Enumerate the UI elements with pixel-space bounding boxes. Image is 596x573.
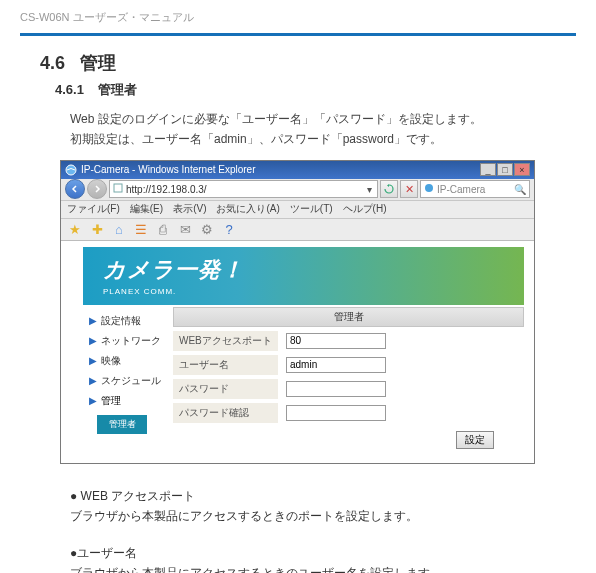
feed-icon[interactable]: ☰	[133, 221, 149, 237]
intro-line-1: Web 設定のログインに必要な「ユーザー名」「パスワード」を設定します。	[70, 109, 576, 129]
chevron-right-icon: ▶	[89, 335, 97, 346]
nav-back-button[interactable]	[65, 179, 85, 199]
browser-toolbar-row: ★ ✚ ⌂ ☰ ⎙ ✉ ⚙ ?	[61, 219, 534, 241]
search-button-icon[interactable]: 🔍	[514, 184, 526, 195]
form-label: パスワード確認	[173, 403, 278, 423]
address-text: http://192.198.0.3/	[126, 184, 361, 195]
description-block: ● WEB アクセスポート ブラウザから本製品にアクセスするときのポートを設定し…	[70, 486, 576, 573]
banner-title: カメラ一発！	[103, 255, 524, 285]
form-row-password-confirm: パスワード確認	[173, 401, 524, 425]
search-engine-icon	[424, 183, 434, 195]
favorites-star-icon[interactable]: ★	[67, 221, 83, 237]
page-viewport: カメラ一発！ PLANEX COMM. ▶ 設定情報 ▶ ネットワーク ▶ 映像…	[61, 241, 534, 463]
chevron-right-icon: ▶	[89, 375, 97, 386]
subsection-number: 4.6.1	[55, 82, 84, 97]
username-input[interactable]	[286, 357, 386, 373]
add-favorite-icon[interactable]: ✚	[89, 221, 105, 237]
browser-title-text: IP-Camera - Windows Internet Explorer	[81, 164, 480, 175]
sidebar-item-video[interactable]: ▶ 映像	[83, 351, 163, 371]
page-favicon-icon	[113, 183, 123, 195]
help-icon[interactable]: ?	[221, 221, 237, 237]
form-label: パスワード	[173, 379, 278, 399]
desc-username-body: ブラウザから本製品にアクセスするときのユーザー名を設定します。	[70, 563, 576, 573]
chevron-right-icon: ▶	[89, 395, 97, 406]
form-row-web-port: WEBアクセスポート	[173, 329, 524, 353]
desc-web-port-head: ● WEB アクセスポート	[70, 486, 576, 506]
nav-forward-button[interactable]	[87, 179, 107, 199]
menu-favorites[interactable]: お気に入り(A)	[216, 202, 279, 216]
window-close-button[interactable]: ×	[514, 163, 530, 176]
mail-icon[interactable]: ✉	[177, 221, 193, 237]
form-label: WEBアクセスポート	[173, 331, 278, 351]
sidebar-item-label: スケジュール	[101, 374, 161, 388]
svg-point-2	[425, 184, 433, 192]
product-banner: カメラ一発！ PLANEX COMM.	[83, 247, 524, 305]
password-input[interactable]	[286, 381, 386, 397]
desc-username-head: ●ユーザー名	[70, 543, 576, 563]
sidebar-item-schedule[interactable]: ▶ スケジュール	[83, 371, 163, 391]
search-engine-text: IP-Camera	[437, 184, 511, 195]
menu-help[interactable]: ヘルプ(H)	[343, 202, 387, 216]
section-number: 4.6	[40, 53, 65, 73]
form-label: ユーザー名	[173, 355, 278, 375]
sidebar-item-label: 設定情報	[101, 314, 141, 328]
sidebar-item-setting-info[interactable]: ▶ 設定情報	[83, 311, 163, 331]
window-minimize-button[interactable]: _	[480, 163, 496, 176]
sidebar-item-label: 映像	[101, 354, 121, 368]
form-row-password: パスワード	[173, 377, 524, 401]
settings-content: 管理者 WEBアクセスポート ユーザー名 パスワード パスワード確認	[163, 307, 524, 449]
sidebar-subitem-administrator[interactable]: 管理者	[97, 415, 147, 434]
submit-button[interactable]: 設定	[456, 431, 494, 449]
chevron-right-icon: ▶	[89, 355, 97, 366]
settings-sidebar: ▶ 設定情報 ▶ ネットワーク ▶ 映像 ▶ スケジュール ▶ 管理	[83, 307, 163, 449]
subsection-title: 管理者	[98, 82, 137, 97]
section-title: 管理	[80, 53, 116, 73]
intro-text: Web 設定のログインに必要な「ユーザー名」「パスワード」を設定します。 初期設…	[70, 109, 576, 150]
menu-file[interactable]: ファイル(F)	[67, 202, 120, 216]
sidebar-item-network[interactable]: ▶ ネットワーク	[83, 331, 163, 351]
desc-web-port-body: ブラウザから本製品にアクセスするときのポートを設定します。	[70, 506, 576, 526]
home-icon[interactable]: ⌂	[111, 221, 127, 237]
tools-icon[interactable]: ⚙	[199, 221, 215, 237]
password-confirm-input[interactable]	[286, 405, 386, 421]
print-icon[interactable]: ⎙	[155, 221, 171, 237]
form-row-username: ユーザー名	[173, 353, 524, 377]
menu-view[interactable]: 表示(V)	[173, 202, 206, 216]
browser-titlebar: IP-Camera - Windows Internet Explorer _ …	[61, 161, 534, 179]
doc-product-header: CS-W06N ユーザーズ・マニュアル	[20, 10, 576, 31]
browser-menu-row: ファイル(F) 編集(E) 表示(V) お気に入り(A) ツール(T) ヘルプ(…	[61, 201, 534, 219]
window-maximize-button[interactable]: □	[497, 163, 513, 176]
header-divider	[20, 33, 576, 36]
sidebar-item-admin[interactable]: ▶ 管理	[83, 391, 163, 411]
sidebar-item-label: ネットワーク	[101, 334, 161, 348]
refresh-button[interactable]	[380, 180, 398, 198]
web-port-input[interactable]	[286, 333, 386, 349]
stop-button[interactable]: ✕	[400, 180, 418, 198]
menu-edit[interactable]: 編集(E)	[130, 202, 163, 216]
address-bar[interactable]: http://192.198.0.3/ ▾	[109, 180, 378, 198]
ie-icon	[65, 164, 77, 176]
intro-line-2: 初期設定は、ユーザー名「admin」、パスワード「password」です。	[70, 129, 576, 149]
panel-title-bar: 管理者	[173, 307, 524, 327]
browser-search-box[interactable]: IP-Camera 🔍	[420, 180, 530, 198]
address-dropdown-icon[interactable]: ▾	[364, 184, 374, 195]
browser-nav-row: http://192.198.0.3/ ▾ ✕ IP-Camera 🔍	[61, 179, 534, 201]
section-heading: 4.6 管理	[20, 51, 576, 75]
banner-subtitle: PLANEX COMM.	[103, 287, 524, 296]
sidebar-item-label: 管理	[101, 394, 121, 408]
subsection-heading: 4.6.1 管理者	[55, 81, 576, 99]
chevron-right-icon: ▶	[89, 315, 97, 326]
svg-rect-1	[114, 184, 122, 192]
browser-window: IP-Camera - Windows Internet Explorer _ …	[60, 160, 535, 464]
menu-tools[interactable]: ツール(T)	[290, 202, 333, 216]
